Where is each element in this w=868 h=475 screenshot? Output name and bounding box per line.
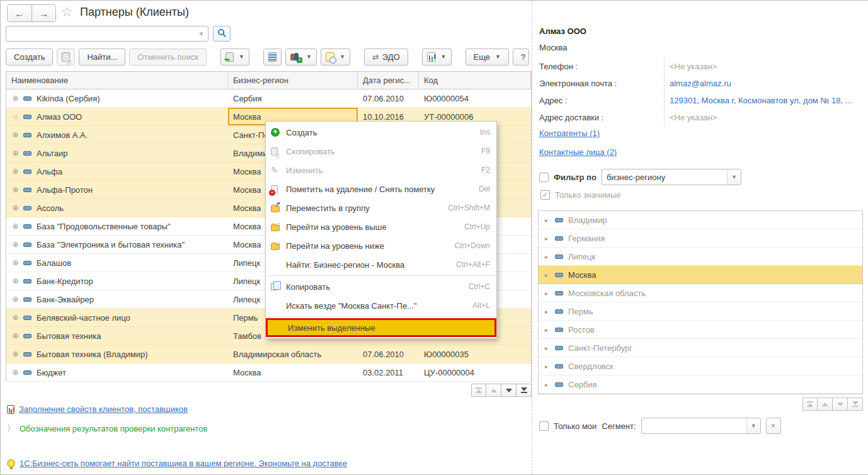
business-network-link[interactable]: 1С:Бизнес-сеть помогает найти поставщика…: [20, 459, 347, 468]
expand-icon[interactable]: ⊕: [11, 240, 20, 249]
expand-arrow-icon[interactable]: ▸: [545, 363, 550, 370]
filter-checkbox[interactable]: [539, 173, 549, 182]
table-pager: [6, 384, 532, 397]
regions-first-button[interactable]: [802, 398, 818, 411]
partner-icon: [23, 133, 31, 137]
search-clear-icon[interactable]: ×: [196, 28, 207, 39]
current-row-icon[interactable]: ○: [11, 112, 20, 121]
segment-combo-dropdown-icon[interactable]: ▼: [746, 418, 760, 433]
region-item[interactable]: ▸Владимир: [539, 211, 862, 229]
menu-item-edit[interactable]: ✎ ИзменитьF2: [266, 161, 496, 180]
menu-item-search-everywhere[interactable]: Искать везде "Москва Санкт-Пе..."Alt+L: [266, 296, 496, 315]
menu-item-move-to-group[interactable]: Переместить в группуCtrl+Shift+M: [266, 198, 496, 217]
expand-icon[interactable]: ⊕: [11, 350, 20, 358]
only-significant-checkbox[interactable]: ✓: [540, 190, 550, 200]
only-my-checkbox[interactable]: [539, 421, 549, 431]
menu-item-find-region[interactable]: Найти: Бизнес-регион - МоскваCtrl+Alt+F: [266, 255, 496, 274]
region-item[interactable]: ▸Пермь: [539, 302, 862, 321]
next-page-button[interactable]: [501, 384, 517, 397]
expand-icon[interactable]: ⊕: [11, 222, 20, 231]
cancel-search-button[interactable]: Отменить поиск: [129, 49, 207, 66]
regions-last-button[interactable]: [848, 398, 863, 411]
table-row[interactable]: ⊕Kikinda (Сербия) Сербия 07.06.2010 Ю000…: [6, 89, 531, 108]
expand-icon[interactable]: ⊕: [11, 313, 20, 322]
expand-arrow-icon[interactable]: ▸: [545, 272, 550, 278]
table-row[interactable]: ⊕Бюджет Москва 03.02.2011 ЦУ-00000004: [6, 363, 531, 382]
expand-arrow-icon[interactable]: ▸: [545, 326, 550, 333]
menu-item-mark-deletion[interactable]: Пометить на удаление / Снять пометкуDel: [266, 180, 496, 198]
expand-icon[interactable]: ⊕: [11, 167, 20, 176]
expand-arrow-icon[interactable]: ▸: [545, 253, 550, 260]
filter-combo-dropdown-icon[interactable]: ▼: [727, 169, 741, 185]
expand-icon[interactable]: ⊕: [11, 94, 20, 103]
tasks-dropdown[interactable]: ▼: [321, 49, 350, 66]
add-client-dropdown[interactable]: +▼: [285, 49, 317, 66]
menu-item-level-down[interactable]: Перейти на уровень нижеCtrl+Down: [266, 236, 496, 255]
address-link[interactable]: 129301, Москва г, Космонавтов ул, дом № …: [664, 92, 862, 109]
region-item[interactable]: ▸Ростов: [539, 321, 862, 339]
edo-button[interactable]: ⇄ЭДО: [364, 49, 408, 66]
find-button[interactable]: Найти...: [79, 49, 125, 66]
region-item[interactable]: ▸Германия: [539, 229, 862, 248]
regions-next-button[interactable]: [833, 398, 848, 411]
expand-arrow-icon[interactable]: ▸: [545, 345, 550, 352]
menu-item-level-up[interactable]: Перейти на уровень вышеCtrl+Up: [266, 217, 496, 236]
column-header-date[interactable]: Дата регис...: [358, 72, 419, 89]
reports-dropdown[interactable]: ▼: [422, 49, 452, 66]
expand-icon[interactable]: ⊕: [11, 203, 20, 212]
copy-item-button[interactable]: [57, 49, 75, 66]
column-header-name[interactable]: Наименование: [6, 72, 228, 89]
expand-arrow-icon[interactable]: ▸: [545, 290, 550, 297]
region-item[interactable]: ▸Свердловск: [539, 357, 862, 375]
expand-arrow-icon[interactable]: ▸: [545, 308, 550, 315]
partner-icon: [23, 151, 31, 156]
more-button[interactable]: Еще▼: [465, 49, 509, 66]
last-page-button[interactable]: [517, 384, 532, 397]
expand-arrow-icon[interactable]: ▸: [545, 217, 550, 224]
segment-combo[interactable]: ▼: [641, 418, 761, 434]
first-page-button[interactable]: [471, 384, 486, 397]
search-input[interactable]: [9, 27, 194, 40]
filter-combo[interactable]: бизнес-региону ▼: [602, 169, 741, 185]
panel-separator[interactable]: [532, 1, 532, 474]
menu-item-edit-selected[interactable]: Изменить выделенные: [266, 318, 496, 337]
business-network-link-row: 1С:Бизнес-сеть помогает найти поставщика…: [7, 459, 347, 468]
column-header-code[interactable]: Код: [419, 72, 531, 89]
prev-page-button[interactable]: [486, 384, 501, 397]
region-item[interactable]: ▸Сербия: [539, 375, 862, 394]
table-row[interactable]: ⊕Бытовая техника (Владимир) Владимирская…: [6, 345, 531, 363]
expand-arrow-icon[interactable]: ▸: [545, 381, 550, 388]
create-button[interactable]: Создать: [6, 49, 53, 66]
region-item[interactable]: ▸Московская область: [539, 284, 862, 302]
expand-icon[interactable]: ⊕: [11, 149, 20, 157]
regions-prev-button[interactable]: [818, 398, 833, 411]
segment-clear-button[interactable]: ×: [766, 418, 781, 434]
list-view-button[interactable]: [263, 49, 282, 66]
search-button[interactable]: [213, 26, 231, 42]
contractors-link[interactable]: Контрагенты (1): [539, 129, 600, 138]
contacts-link[interactable]: Контактные лица (2): [539, 147, 617, 157]
back-button[interactable]: ←: [8, 5, 31, 21]
region-item[interactable]: ▸Санкт-Петербург: [539, 339, 862, 357]
expand-arrow-icon[interactable]: ▸: [545, 235, 550, 242]
menu-item-copy[interactable]: КопироватьCtrl+C: [266, 277, 496, 296]
expand-icon[interactable]: ⊕: [11, 295, 20, 304]
forward-button[interactable]: →: [31, 5, 55, 21]
verification-legend-row[interactable]: 〉 Обозначения результатов проверки контр…: [7, 423, 207, 434]
region-item-selected[interactable]: ▸Москва: [539, 266, 862, 284]
fill-properties-link[interactable]: Заполнение свойств клиентов, поставщиков: [19, 404, 188, 414]
email-link[interactable]: almaz@almaz.ru: [664, 75, 862, 92]
expand-icon[interactable]: ⊕: [11, 368, 20, 377]
menu-item-duplicate[interactable]: СкопироватьF9: [266, 142, 496, 161]
create-group-dropdown[interactable]: ▼: [220, 49, 249, 66]
expand-icon[interactable]: ⊕: [11, 277, 20, 285]
favorite-star-icon[interactable]: ☆: [61, 4, 73, 20]
expand-icon[interactable]: ⊕: [11, 258, 20, 267]
help-button[interactable]: ?: [513, 49, 529, 66]
column-header-region[interactable]: Бизнес-регион: [228, 72, 358, 89]
expand-icon[interactable]: ⊕: [11, 185, 20, 194]
menu-item-create[interactable]: + СоздатьIns: [266, 123, 496, 142]
region-item[interactable]: ▸Липецк: [539, 248, 862, 266]
expand-icon[interactable]: ⊕: [11, 331, 20, 340]
expand-icon[interactable]: ⊕: [11, 130, 20, 139]
